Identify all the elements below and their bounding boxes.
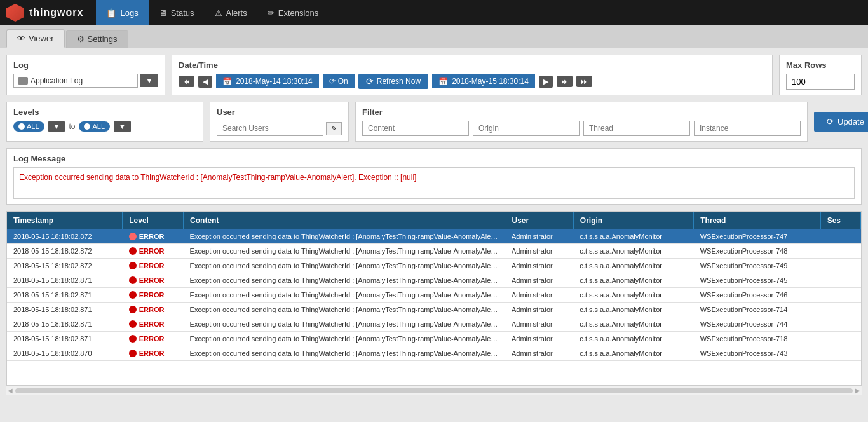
table-row[interactable]: 2018-05-15 18:18:02.871 ERROR Exception … xyxy=(7,303,861,317)
bottom-scrollbar[interactable]: ◀ ▶ xyxy=(6,386,862,395)
cell-session xyxy=(820,332,860,346)
level-cell: ERROR xyxy=(129,350,177,357)
levels-panel-title: Levels xyxy=(13,107,196,117)
cell-session xyxy=(820,303,860,317)
user-panel-title: User xyxy=(217,107,342,117)
cell-timestamp: 2018-05-15 18:18:02.871 xyxy=(7,288,123,303)
cell-content: Exception occurred sending data to Thing… xyxy=(184,346,505,361)
date-prev-button[interactable]: ◀ xyxy=(198,76,212,88)
cell-timestamp: 2018-05-15 18:18:02.872 xyxy=(7,244,123,259)
cell-level: ERROR xyxy=(123,303,184,317)
cell-session xyxy=(820,346,860,361)
log-panel: Log Application Log ▼ xyxy=(6,55,165,95)
user-edit-button[interactable]: ✎ xyxy=(326,122,342,135)
logo-text: thingworx xyxy=(29,7,83,18)
user-panel: User ✎ xyxy=(210,102,349,142)
levels-to-dropdown[interactable]: ▼ xyxy=(114,121,131,132)
alerts-icon: ⚠ xyxy=(215,8,222,18)
update-button[interactable]: ⟳ Update xyxy=(814,112,868,132)
cell-content: Exception occurred sending data to Thing… xyxy=(184,273,505,288)
cell-thread: WSExecutionProcessor-744 xyxy=(694,317,820,332)
date-first-button[interactable]: ⏮ xyxy=(179,76,194,87)
table-row[interactable]: 2018-05-15 18:18:02.870 ERROR Exception … xyxy=(7,346,861,361)
error-icon xyxy=(129,320,137,328)
cell-level: ERROR xyxy=(123,317,184,332)
end-date-calendar-icon: 📅 xyxy=(438,77,448,86)
start-date-input[interactable]: 📅 2018-May-14 18:30:14 xyxy=(216,74,319,88)
col-thread: Thread xyxy=(694,212,820,229)
maxrows-panel-title: Max Rows xyxy=(786,60,855,70)
cell-user: Administrator xyxy=(505,288,573,303)
cell-session xyxy=(820,229,860,244)
nav-item-alerts[interactable]: ⚠ Alerts xyxy=(205,0,257,25)
levels-to-toggle[interactable]: ALL xyxy=(79,121,110,132)
cell-origin: c.t.s.s.a.a.AnomalyMonitor xyxy=(573,303,693,317)
on-button[interactable]: ⟳ On xyxy=(323,74,355,88)
cell-level: ERROR xyxy=(123,288,184,303)
error-icon xyxy=(129,350,137,357)
cell-timestamp: 2018-05-15 18:18:02.871 xyxy=(7,332,123,346)
filter-origin-input[interactable] xyxy=(473,121,580,136)
top-navigation: thingworx 📋 Logs 🖥 Status ⚠ Alerts ✏ Ext… xyxy=(0,0,868,25)
table-scroll[interactable]: Timestamp Level Content User Origin Thre… xyxy=(7,212,861,385)
nav-item-status[interactable]: 🖥 Status xyxy=(149,0,205,25)
cell-content: Exception occurred sending data to Thing… xyxy=(184,229,505,244)
col-content: Content xyxy=(184,212,505,229)
panels-row-2: Levels ALL ▼ to ALL ▼ User ✎ xyxy=(6,102,862,142)
log-message-content: Exception occurred sending data to Thing… xyxy=(13,167,855,199)
nav-item-logs[interactable]: 📋 Logs xyxy=(96,0,148,25)
cell-user: Administrator xyxy=(505,244,573,259)
filter-content-input[interactable] xyxy=(362,121,469,136)
table-row[interactable]: 2018-05-15 18:18:02.872 ERROR Exception … xyxy=(7,259,861,273)
date-next-button[interactable]: ▶ xyxy=(539,76,553,88)
cell-level: ERROR xyxy=(123,346,184,361)
maxrows-input[interactable] xyxy=(786,74,855,90)
table-row[interactable]: 2018-05-15 18:18:02.872 ERROR Exception … xyxy=(7,244,861,259)
log-select: Application Log ▼ xyxy=(13,74,158,88)
cell-session xyxy=(820,259,860,273)
filter-thread-input[interactable] xyxy=(583,121,690,136)
filter-instance-input[interactable] xyxy=(694,121,801,136)
cell-thread: WSExecutionProcessor-745 xyxy=(694,273,820,288)
log-message-panel: Log Message Exception occurred sending d… xyxy=(6,148,862,205)
scroll-right-indicator: ▶ xyxy=(855,387,860,394)
cell-thread: WSExecutionProcessor-743 xyxy=(694,346,820,361)
date-last-button[interactable]: ⏭ xyxy=(576,76,592,87)
refresh-now-button[interactable]: ⟳ Refresh Now xyxy=(358,74,428,89)
cell-user: Administrator xyxy=(505,259,573,273)
cell-user: Administrator xyxy=(505,332,573,346)
nav-item-extensions[interactable]: ✏ Extensions xyxy=(257,0,329,25)
cell-origin: c.t.s.s.a.a.AnomalyMonitor xyxy=(573,288,693,303)
cell-session xyxy=(820,273,860,288)
cell-user: Administrator xyxy=(505,273,573,288)
date-fast-forward-button[interactable]: ⏭ xyxy=(557,76,573,87)
cell-level: ERROR xyxy=(123,273,184,288)
log-select-inner: Application Log xyxy=(13,74,138,88)
levels-from-dropdown[interactable]: ▼ xyxy=(48,121,65,132)
cell-thread: WSExecutionProcessor-746 xyxy=(694,288,820,303)
table-row[interactable]: 2018-05-15 18:18:02.871 ERROR Exception … xyxy=(7,332,861,346)
logo: thingworx xyxy=(6,4,83,22)
levels-controls: ALL ▼ to ALL ▼ xyxy=(13,121,196,132)
end-date-input[interactable]: 📅 2018-May-15 18:30:14 xyxy=(432,74,535,88)
table-row[interactable]: 2018-05-15 18:18:02.871 ERROR Exception … xyxy=(7,317,861,332)
tab-settings[interactable]: ⚙ Settings xyxy=(66,30,128,48)
datetime-panel: Date/Time ⏮ ◀ 📅 2018-May-14 18:30:14 ⟳ O… xyxy=(172,55,773,95)
tab-viewer[interactable]: 👁 Viewer xyxy=(6,29,65,48)
cell-origin: c.t.s.s.a.a.AnomalyMonitor xyxy=(573,317,693,332)
level-cell: ERROR xyxy=(129,335,177,343)
table-row[interactable]: 2018-05-15 18:18:02.872 ERROR Exception … xyxy=(7,229,861,244)
cell-origin: c.t.s.s.a.a.AnomalyMonitor xyxy=(573,229,693,244)
update-icon: ⟳ xyxy=(827,117,834,126)
cell-timestamp: 2018-05-15 18:18:02.871 xyxy=(7,303,123,317)
user-search-input[interactable] xyxy=(217,121,323,136)
table-row[interactable]: 2018-05-15 18:18:02.871 ERROR Exception … xyxy=(7,273,861,288)
log-table: Timestamp Level Content User Origin Thre… xyxy=(7,212,861,361)
refresh-icon: ⟳ xyxy=(366,76,374,86)
log-dropdown-button[interactable]: ▼ xyxy=(140,74,158,87)
cell-origin: c.t.s.s.a.a.AnomalyMonitor xyxy=(573,346,693,361)
table-row[interactable]: 2018-05-15 18:18:02.871 ERROR Exception … xyxy=(7,288,861,303)
scroll-left-indicator: ◀ xyxy=(8,387,13,394)
levels-from-toggle[interactable]: ALL xyxy=(13,121,44,132)
cell-timestamp: 2018-05-15 18:18:02.872 xyxy=(7,229,123,244)
